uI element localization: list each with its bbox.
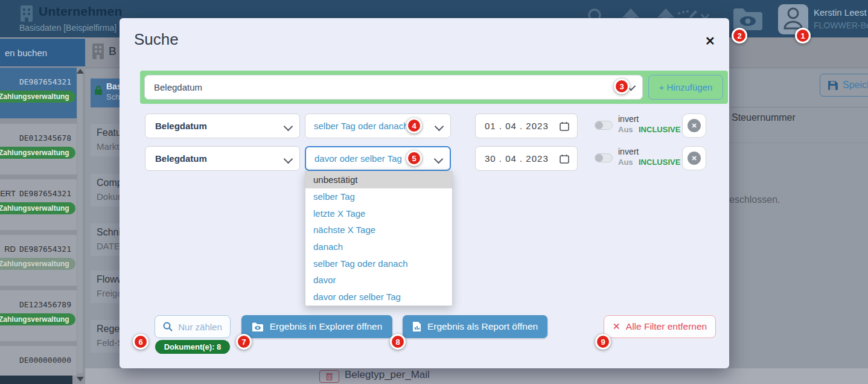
dropdown-option[interactable]: danach [305,238,452,255]
toggle-state-label: Aus [618,125,633,134]
vat-number: DE987654321 [19,189,71,198]
annotation-marker-2: 2 [732,28,747,43]
condition-dropdown-list: unbestätigt selber Tag letzte X Tage näc… [305,171,453,306]
company-list-item[interactable]: DE000000000 [0,346,77,376]
scroll-down-icon[interactable] [77,377,84,382]
add-filter-band: Belegdatum + Hinzufügen [140,71,728,104]
remove-filter-button[interactable]: ✕ [682,146,706,170]
company-list-item[interactable]: RDDE987654321 Zahlungsverwaltung [0,235,77,286]
date-value: 01 . 04 . 2023 [485,121,549,131]
filter-field-value: Belegdatum [155,153,207,164]
count-only-button[interactable]: Nur zählen [155,315,231,338]
status-badge: Zahlungsverwaltung [0,258,75,270]
tile-subtitle: Sch [106,92,120,101]
scroll-up-icon[interactable] [77,69,84,74]
add-filter-label: + Hinzufügen [659,82,713,92]
vat-number: DE987654321 [19,245,71,254]
delete-button[interactable] [319,370,339,383]
add-filter-button[interactable]: + Hinzufügen [648,75,723,100]
dropdown-option[interactable]: davor oder selber Tag [305,289,452,306]
company-name-partial: B [109,45,116,58]
dropdown-option[interactable]: selber Tag [305,188,452,205]
section-title: Featu [97,127,121,138]
dropdown-option[interactable]: nächste X Tage [305,222,452,238]
close-icon[interactable]: ✕ [705,34,715,48]
page-title: Unternehmen [39,4,123,19]
company-list-item[interactable]: ERTDE987654321 Zahlungsverwaltung [0,179,77,230]
status-badge: Zahlungsverwaltung [0,91,75,103]
chevron-down-icon [285,156,292,162]
status-badge: Zahlungsverwaltung [0,313,75,325]
sidebar-footer-bar [0,376,72,384]
filter-condition-value: davor oder selber Tag [314,153,402,164]
input-underline [729,142,868,143]
annotation-marker-8: 8 [390,334,406,350]
mode-label: INCLUSIVE [639,125,680,134]
remove-filter-button[interactable]: ✕ [682,114,706,138]
chevron-down-icon [436,123,442,130]
page-subtitle: Basisdaten [Beispielfirma] [19,23,116,33]
invert-toggle[interactable] [595,153,613,162]
annotation-marker-3: 3 [614,78,630,94]
save-label: Speich [843,80,868,91]
user-organization: FLOWWER-Beis [814,21,868,30]
dropdown-option[interactable]: davor [305,272,452,289]
annotation-marker-9: 9 [595,334,611,350]
company-list-item[interactable]: DE987654321 Zahlungsverwaltung [0,68,77,118]
date-input[interactable]: 01 . 04 . 2023 [475,114,578,138]
status-badge: Zahlungsverwaltung [0,202,75,214]
company-list-item[interactable]: DE012345678 Zahlungsverwaltung [0,124,77,174]
company-list-item[interactable]: DE123456789 Zahlungsverwaltung [0,290,77,341]
filter-condition-value: selber Tag oder danach [314,121,409,131]
save-button[interactable]: Speich [820,74,868,97]
count-only-label: Nur zählen [178,322,222,332]
annotation-marker-6: 6 [133,334,148,350]
invert-label: invert [618,114,639,124]
dropdown-option[interactable]: unbestätigt [305,171,452,188]
chevron-down-icon [285,123,292,130]
search-icon [163,322,173,331]
date-value: 30 . 04 . 2023 [485,153,549,164]
open-in-explorer-button[interactable]: Ergebnis in Explorer öffnen [241,315,392,338]
section-title: Comp [97,178,123,188]
vat-number: DE012345678 [19,133,71,142]
dropdown-option[interactable]: selber Tag oder danach [305,255,452,272]
building-icon [19,5,34,24]
status-badge: Zahlungsverwaltung [0,147,75,159]
user-name: Kerstin Leest [814,7,867,18]
open-as-report-button[interactable]: Ergebnis als Report öffnen [403,315,547,338]
sidebar-scrollbar[interactable] [77,74,83,373]
tax-number-label: Steuernummer [732,112,796,123]
invert-label: invert [618,147,639,156]
annotation-marker-5: 5 [406,150,422,166]
annotation-marker-1: 1 [795,28,811,43]
filter-field-select[interactable]: Belegdatum [145,114,300,138]
dropdown-option[interactable]: letzte X Tage [305,205,452,222]
open-in-explorer-label: Ergebnis in Explorer öffnen [270,321,383,332]
sidebar-tab-label: en buchen [5,48,47,58]
field-type-select[interactable]: Belegdatum [144,75,643,100]
mode-label: INCLUSIVE [639,158,680,167]
vat-prefix: RD [4,245,16,254]
lock-icon [94,85,103,97]
sidebar-tab-buchen[interactable]: en buchen [0,39,85,66]
list-row-label: Belegtyp_per_Mail [345,369,430,381]
clear-all-filters-button[interactable]: ✕ Alle Filter entfernen [604,315,716,338]
invert-toggle[interactable] [595,121,613,130]
date-input[interactable]: 30 . 04 . 2023 [475,146,578,171]
section-title: Schni [97,227,121,238]
open-as-report-label: Ergebnis als Report öffnen [427,321,538,332]
calendar-icon[interactable] [560,154,569,166]
filter-condition-select-open[interactable]: davor oder selber Tag [305,146,451,171]
annotation-marker-4: 4 [406,118,422,133]
filter-field-select[interactable]: Belegdatum [145,146,300,171]
clear-icon: ✕ [613,321,621,332]
partial-sentence: eschlossen. [729,194,780,205]
folder-eye-icon [252,322,264,332]
company-building-icon [92,43,104,62]
clear-all-filters-label: Alle Filter entfernen [626,321,707,332]
vat-number: DE987654321 [19,77,71,86]
document-count-badge: Dokument(e): 8 [155,340,230,354]
calendar-icon[interactable] [560,121,569,133]
filter-condition-select[interactable]: selber Tag oder danach [305,114,451,138]
